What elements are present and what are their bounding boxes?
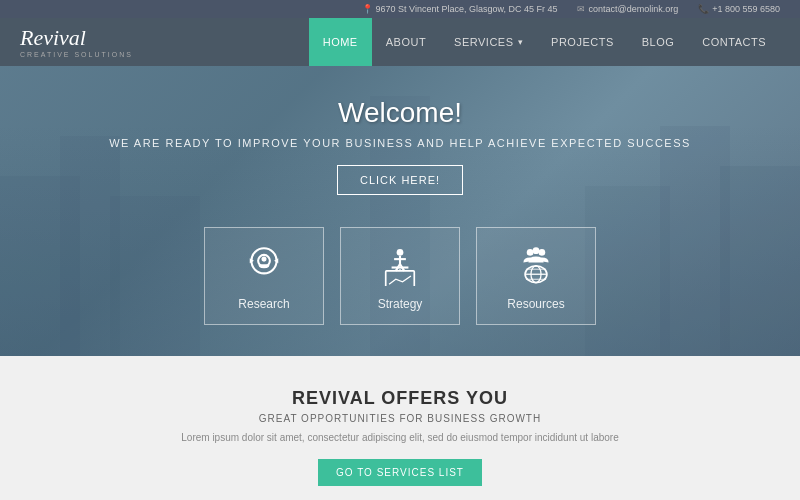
logo-text: Revival	[20, 27, 309, 49]
nav-item-services[interactable]: SERVICES	[440, 18, 537, 66]
feature-card-strategy: Strategy	[340, 227, 460, 325]
bottom-title: REVIVAL OFFERS YOU	[292, 388, 508, 409]
location-icon: 📍	[362, 4, 373, 14]
resources-label: Resources	[507, 297, 564, 311]
nav-item-home[interactable]: HOME	[309, 18, 372, 66]
hero-section: Welcome! WE ARE READY TO IMPROVE YOUR BU…	[0, 66, 800, 356]
main-nav: HOME ABOUT SERVICES PROJECTS BLOG CONTAC…	[309, 18, 780, 66]
phone-text: +1 800 559 6580	[712, 4, 780, 14]
phone-icon: 📞	[698, 4, 709, 14]
top-bar: 📍 9670 St Vincent Place, Glasgow, DC 45 …	[0, 0, 800, 18]
strategy-icon	[379, 244, 421, 286]
hero-content: Welcome! WE ARE READY TO IMPROVE YOUR BU…	[0, 97, 800, 325]
svg-point-4	[397, 249, 404, 256]
strategy-label: Strategy	[378, 297, 423, 311]
feature-card-resources: Resources	[476, 227, 596, 325]
svg-point-12	[527, 249, 534, 256]
svg-point-14	[533, 247, 540, 254]
feature-cards: Research Strategy	[0, 227, 800, 325]
resources-icon	[515, 244, 557, 286]
email-item: ✉ contact@demolink.org	[577, 4, 678, 14]
logo: Revival CREATIVE SOLUTIONS	[20, 27, 309, 58]
services-list-button[interactable]: GO TO SERVICES LIST	[318, 459, 482, 486]
hero-title: Welcome!	[0, 97, 800, 129]
header: Revival CREATIVE SOLUTIONS HOME ABOUT SE…	[0, 18, 800, 66]
hero-subtitle: WE ARE READY TO IMPROVE YOUR BUSINESS AN…	[0, 137, 800, 149]
feature-card-research: Research	[204, 227, 324, 325]
hero-cta-button[interactable]: CLICK HERE!	[337, 165, 463, 195]
research-label: Research	[238, 297, 289, 311]
nav-item-projects[interactable]: PROJECTS	[537, 18, 628, 66]
address-text: 9670 St Vincent Place, Glasgow, DC 45 Fr…	[376, 4, 558, 14]
phone-item: 📞 +1 800 559 6580	[698, 4, 780, 14]
address-item: 📍 9670 St Vincent Place, Glasgow, DC 45 …	[362, 4, 558, 14]
bottom-subtitle: GREAT OPPORTUNITIES FOR BUSINESS GROWTH	[259, 413, 541, 424]
research-icon	[243, 244, 285, 286]
logo-subtitle: CREATIVE SOLUTIONS	[20, 51, 309, 58]
nav-item-contacts[interactable]: CONTACTS	[688, 18, 780, 66]
svg-point-1	[261, 257, 266, 262]
email-icon: ✉	[577, 4, 585, 14]
bottom-section: REVIVAL OFFERS YOU GREAT OPPORTUNITIES F…	[0, 356, 800, 500]
email-text: contact@demolink.org	[588, 4, 678, 14]
bottom-text: Lorem ipsum dolor sit amet, consectetur …	[181, 430, 618, 445]
svg-point-13	[539, 249, 546, 256]
nav-item-blog[interactable]: BLOG	[628, 18, 689, 66]
nav-item-about[interactable]: ABOUT	[372, 18, 440, 66]
